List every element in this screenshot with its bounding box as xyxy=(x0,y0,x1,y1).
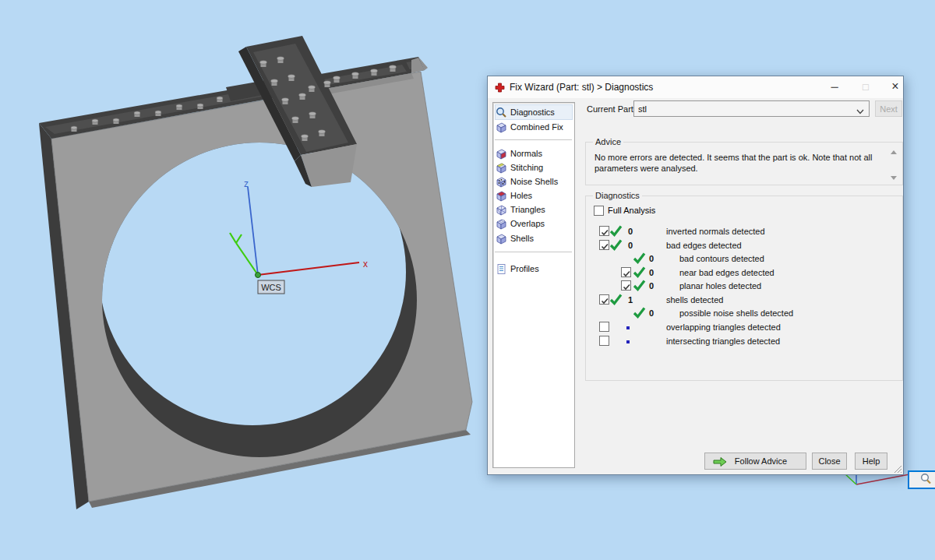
diagnostic-row: 0 bad contours detected xyxy=(586,252,902,265)
current-part-label: Current Part: xyxy=(587,104,636,114)
row-count: 1 xyxy=(628,295,633,305)
sidebar-item-label: Shells xyxy=(510,234,534,243)
row-label: near bad edges detected xyxy=(679,268,774,277)
follow-advice-label: Follow Advice xyxy=(735,456,787,466)
minimize-button[interactable]: ─ xyxy=(821,76,848,97)
cube-wireframe-icon xyxy=(496,204,507,216)
sidebar-item-label: Combined Fix xyxy=(510,122,563,132)
scroll-up-icon[interactable] xyxy=(891,150,897,154)
row-count: 0 xyxy=(628,241,633,250)
diagnostics-groupbox: Diagnostics Full Analysis 0 inverted nor… xyxy=(585,195,903,381)
ok-check-icon xyxy=(633,307,646,319)
wizard-sidebar: Diagnostics Combined Fix Normals Stitchi… xyxy=(492,102,575,468)
sidebar-item-normals[interactable]: Normals xyxy=(496,146,572,160)
cube-icon xyxy=(496,122,507,133)
row-checkbox[interactable] xyxy=(599,294,609,305)
cube-icon xyxy=(496,233,507,245)
wcs-label: WCS xyxy=(261,283,281,292)
row-checkbox[interactable] xyxy=(599,240,609,250)
resize-grip[interactable] xyxy=(892,463,902,474)
cube-red-front-icon xyxy=(496,148,507,160)
full-analysis-checkbox[interactable] xyxy=(594,206,604,216)
next-button[interactable]: Next xyxy=(875,100,902,117)
dialog-titlebar[interactable]: Fix Wizard (Part: stl) > Diagnostics ─ □… xyxy=(488,76,903,98)
diagnostic-row: 1 shells detected xyxy=(586,294,902,306)
ok-check-icon xyxy=(609,294,623,305)
z-axis-label: z xyxy=(244,178,249,189)
row-label: inverted normals detected xyxy=(666,227,765,236)
row-count: 0 xyxy=(649,281,654,291)
diagnostic-row: 0 inverted normals detected xyxy=(586,225,902,238)
sidebar-item-label: Noise Shells xyxy=(510,177,558,186)
diagnostic-row: 0 bad edges detected xyxy=(586,239,902,252)
current-part-dropdown[interactable]: stl xyxy=(633,100,870,117)
scroll-down-icon[interactable] xyxy=(891,176,897,180)
sidebar-item-label: Diagnostics xyxy=(510,107,555,117)
row-checkbox[interactable] xyxy=(621,280,631,291)
cube-dots-icon xyxy=(496,176,507,188)
cube-red-top-icon xyxy=(496,190,507,202)
row-count: 0 xyxy=(649,308,654,318)
app-cross-icon xyxy=(495,82,505,96)
sidebar-separator xyxy=(495,252,572,252)
ok-check-icon xyxy=(609,225,623,237)
magnifier-icon xyxy=(919,473,932,487)
row-checkbox[interactable] xyxy=(599,336,609,346)
row-count: 0 xyxy=(649,254,654,263)
row-label: intersecting triangles detected xyxy=(666,336,780,346)
row-checkbox[interactable] xyxy=(599,322,609,332)
full-analysis-label: Full Analysis xyxy=(608,206,655,215)
chevron-down-icon xyxy=(856,107,864,116)
green-arrow-icon xyxy=(712,456,728,467)
maximize-button[interactable]: □ xyxy=(852,76,879,97)
row-label: overlapping triangles detected xyxy=(666,322,781,332)
cube-yellow-top-icon xyxy=(496,162,507,174)
advice-scrollbar[interactable] xyxy=(891,150,897,180)
sidebar-item-label: Stitching xyxy=(510,163,543,172)
pending-dot-icon xyxy=(626,340,630,343)
sidebar-item-label: Overlaps xyxy=(510,219,545,228)
row-checkbox[interactable] xyxy=(621,267,631,277)
sidebar-item-label: Profiles xyxy=(510,264,539,273)
diagnostic-row: 0 near bad edges detected xyxy=(586,266,902,279)
row-checkbox[interactable] xyxy=(599,226,609,236)
row-label: bad edges detected xyxy=(666,241,742,250)
ok-check-icon xyxy=(609,239,623,251)
sidebar-item-stitching[interactable]: Stitching xyxy=(496,160,572,174)
follow-advice-button[interactable]: Follow Advice xyxy=(704,453,806,470)
sidebar-item-triangles[interactable]: Triangles xyxy=(496,203,572,217)
row-label: possible noise shells detected xyxy=(679,308,793,318)
diagnostics-groupbox-label: Diagnostics xyxy=(593,191,642,201)
sidebar-separator xyxy=(495,139,572,140)
ok-check-icon xyxy=(633,252,646,264)
ok-check-icon xyxy=(633,280,646,291)
fix-wizard-dialog: Fix Wizard (Part: stl) > Diagnostics ─ □… xyxy=(487,76,904,475)
pending-dot-icon xyxy=(626,326,630,329)
sidebar-item-diagnostics[interactable]: Diagnostics xyxy=(496,105,572,119)
row-count: 0 xyxy=(649,268,654,277)
current-part-value: stl xyxy=(638,104,647,114)
sidebar-item-label: Holes xyxy=(510,191,532,200)
sidebar-item-noise-shells[interactable]: Noise Shells xyxy=(496,174,572,188)
sidebar-item-shells[interactable]: Shells xyxy=(496,231,572,245)
update-button[interactable]: Update xyxy=(908,470,935,489)
row-label: shells detected xyxy=(666,295,723,305)
row-label: bad contours detected xyxy=(679,254,764,263)
advice-groupbox: Advice No more errors are detected. It s… xyxy=(585,142,903,185)
x-axis-label: x xyxy=(363,259,368,269)
diagnostic-row: 0 possible noise shells detected xyxy=(586,307,902,319)
dialog-title: Fix Wizard (Part: stl) > Diagnostics xyxy=(510,82,653,93)
wcs-origin xyxy=(256,273,261,278)
sidebar-item-profiles[interactable]: Profiles xyxy=(496,262,572,276)
row-count: 0 xyxy=(628,227,633,236)
document-icon xyxy=(496,263,507,275)
sidebar-item-holes[interactable]: Holes xyxy=(496,188,572,203)
close-window-button[interactable]: × xyxy=(882,76,909,97)
sidebar-item-combined-fix[interactable]: Combined Fix xyxy=(496,120,572,134)
sidebar-item-label: Normals xyxy=(510,149,542,158)
diagnostic-row: overlapping triangles detected xyxy=(586,321,902,333)
diagnostic-row: intersecting triangles detected xyxy=(586,335,902,347)
close-button[interactable]: Close xyxy=(812,453,847,470)
sidebar-item-overlaps[interactable]: Overlaps xyxy=(496,217,572,231)
help-button[interactable]: Help xyxy=(855,453,887,470)
